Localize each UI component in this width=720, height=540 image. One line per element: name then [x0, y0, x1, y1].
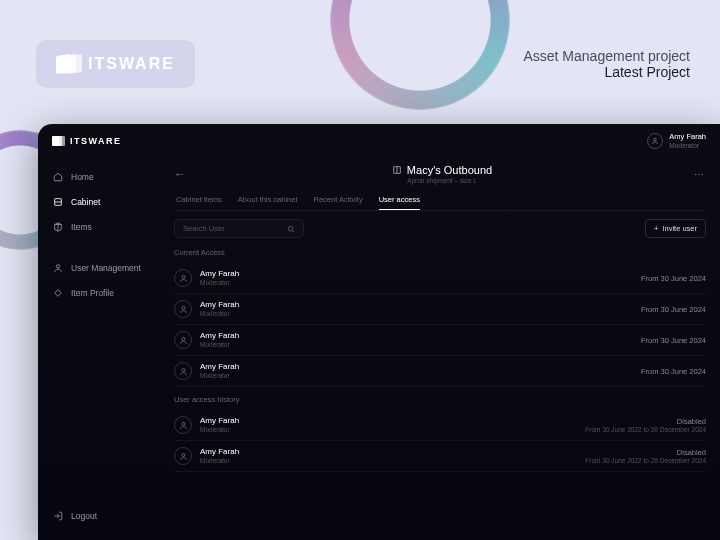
- svg-point-0: [654, 138, 657, 141]
- user-role: Moderator: [200, 426, 585, 434]
- user-row[interactable]: Amy FarahModeratorFrom 30 June 2024: [174, 294, 706, 325]
- home-icon: [52, 171, 63, 182]
- sidebar-item-item-profile[interactable]: Item Profile: [38, 280, 166, 305]
- svg-point-6: [288, 226, 293, 231]
- sidebar-item-label: Item Profile: [71, 288, 114, 298]
- user-name: Amy Farah: [200, 300, 641, 310]
- user-history-row[interactable]: Amy FarahModeratorDisabledFrom 30 June 2…: [174, 410, 706, 441]
- invite-label: Invite user: [662, 224, 697, 233]
- user-avatar-icon: [174, 300, 192, 318]
- svg-point-13: [182, 453, 185, 456]
- cabinet-icon: [52, 196, 63, 207]
- tabs: Cabinet items About this cabinet Recent …: [174, 190, 706, 211]
- topbar: ITSWARE Amy Farah Moderator: [38, 124, 720, 158]
- user-name: Amy Farah: [200, 447, 585, 457]
- user-role: Moderator: [200, 341, 641, 349]
- user-row[interactable]: Amy FarahModeratorFrom 30 June 2024: [174, 263, 706, 294]
- brand-badge: ITSWARE: [36, 40, 195, 88]
- user-icon: [52, 262, 63, 273]
- tab-user-access[interactable]: User access: [379, 190, 420, 210]
- user-role: Moderator: [200, 310, 641, 318]
- user-avatar-icon: [174, 416, 192, 434]
- brand-name: ITSWARE: [88, 55, 175, 73]
- current-user-name: Amy Farah: [669, 133, 706, 141]
- user-avatar-icon: [174, 269, 192, 287]
- section-history: User access history: [174, 395, 706, 404]
- user-role: Moderator: [200, 457, 585, 465]
- svg-point-10: [182, 337, 185, 340]
- search-input[interactable]: [183, 224, 287, 233]
- svg-point-8: [182, 275, 185, 278]
- logout-icon: [52, 510, 63, 521]
- section-current-access: Current Access: [174, 248, 706, 257]
- app-logo-text: ITSWARE: [70, 136, 122, 146]
- user-avatar-icon: [647, 133, 663, 149]
- items-icon: [52, 221, 63, 232]
- user-date-range: From 30 June 2022 to 28 December 2024: [585, 457, 706, 465]
- app-window: ITSWARE Amy Farah Moderator Home Cabinet: [38, 124, 720, 540]
- user-name: Amy Farah: [200, 362, 641, 372]
- main-content: ← Macy's Outbound Apron shipment – size …: [166, 158, 720, 540]
- user-name: Amy Farah: [200, 331, 641, 341]
- app-logo-icon: [52, 135, 64, 147]
- user-avatar-icon: [174, 362, 192, 380]
- svg-line-7: [292, 230, 294, 232]
- user-name: Amy Farah: [200, 416, 585, 426]
- search-icon: [287, 225, 295, 233]
- sidebar-item-home[interactable]: Home: [38, 164, 166, 189]
- marketing-headline: Asset Management project Latest Project: [523, 48, 690, 80]
- sidebar-item-user-management[interactable]: User Management: [38, 255, 166, 280]
- user-date-range: From 30 June 2022 to 28 December 2024: [585, 426, 706, 434]
- sidebar-item-label: Items: [71, 222, 92, 232]
- cabinet-page-icon: [392, 165, 402, 175]
- sidebar-item-label: User Management: [71, 263, 141, 273]
- invite-user-button[interactable]: + Invite user: [645, 219, 706, 238]
- tab-cabinet-items[interactable]: Cabinet items: [176, 190, 222, 210]
- sidebar: Home Cabinet Items User Management Item …: [38, 158, 166, 540]
- user-avatar-icon: [174, 447, 192, 465]
- user-since: From 30 June 2024: [641, 367, 706, 376]
- svg-point-3: [56, 264, 59, 267]
- current-user-role: Moderator: [669, 142, 706, 149]
- sidebar-item-cabinet[interactable]: Cabinet: [38, 189, 166, 214]
- svg-point-9: [182, 306, 185, 309]
- page-subtitle: Apron shipment – size L: [190, 177, 694, 184]
- sidebar-item-label: Cabinet: [71, 197, 100, 207]
- headline-project-type: Asset Management project: [523, 48, 690, 64]
- search-user-field[interactable]: [174, 219, 304, 238]
- user-role: Moderator: [200, 372, 641, 380]
- user-name: Amy Farah: [200, 269, 641, 279]
- brand-logo-icon: [56, 52, 80, 76]
- user-since: From 30 June 2024: [641, 336, 706, 345]
- user-row[interactable]: Amy FarahModeratorFrom 30 June 2024: [174, 356, 706, 387]
- decorative-ring-1: [330, 0, 510, 110]
- user-row[interactable]: Amy FarahModeratorFrom 30 June 2024: [174, 325, 706, 356]
- user-since: From 30 June 2024: [641, 274, 706, 283]
- tab-about[interactable]: About this cabinet: [238, 190, 298, 210]
- current-user-badge[interactable]: Amy Farah Moderator: [647, 133, 706, 149]
- svg-point-11: [182, 368, 185, 371]
- tab-recent-activity[interactable]: Recent Activity: [313, 190, 362, 210]
- app-logo: ITSWARE: [52, 135, 122, 147]
- user-since: From 30 June 2024: [641, 305, 706, 314]
- tag-icon: [52, 287, 63, 298]
- user-role: Moderator: [200, 279, 641, 287]
- user-history-row[interactable]: Amy FarahModeratorDisabledFrom 30 June 2…: [174, 441, 706, 472]
- user-avatar-icon: [174, 331, 192, 349]
- more-menu-button[interactable]: ⋯: [694, 169, 706, 180]
- svg-point-12: [182, 422, 185, 425]
- page-title: Macy's Outbound: [407, 164, 492, 176]
- back-button[interactable]: ←: [174, 168, 190, 180]
- sidebar-item-label: Logout: [71, 511, 97, 521]
- plus-icon: +: [654, 224, 658, 233]
- user-status: Disabled: [585, 417, 706, 426]
- user-status: Disabled: [585, 448, 706, 457]
- headline-project-label: Latest Project: [523, 64, 690, 80]
- sidebar-item-label: Home: [71, 172, 94, 182]
- sidebar-item-logout[interactable]: Logout: [38, 503, 166, 528]
- sidebar-item-items[interactable]: Items: [38, 214, 166, 239]
